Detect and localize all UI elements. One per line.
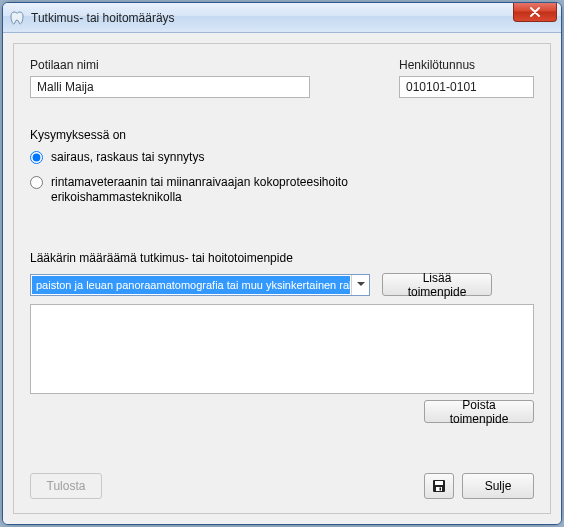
radio-option-sickness[interactable]: sairaus, raskaus tai synnytys	[30, 150, 534, 165]
personal-id-value: 010101-0101	[406, 80, 477, 94]
question-section: Kysymyksessä on sairaus, raskaus tai syn…	[30, 128, 534, 211]
patient-name-label: Potilaan nimi	[30, 58, 310, 72]
procedure-section: Lääkärin määräämä tutkimus- tai hoitotoi…	[30, 251, 534, 423]
radio-input-sickness[interactable]	[30, 151, 43, 164]
window-close-button[interactable]	[513, 2, 557, 22]
chevron-down-icon	[351, 275, 369, 295]
footer-right-buttons: Sulje	[424, 473, 534, 499]
radio-option-veteran[interactable]: rintamaveteraanin tai miinanraivaajan ko…	[30, 175, 534, 205]
question-label: Kysymyksessä on	[30, 128, 534, 142]
print-button: Tulosta	[30, 473, 102, 499]
dialog-window: Tutkimus- tai hoitomääräys Potilaan nimi…	[2, 2, 562, 525]
titlebar[interactable]: Tutkimus- tai hoitomääräys	[3, 3, 561, 33]
personal-id-label: Henkilötunnus	[399, 58, 534, 72]
content-area: Potilaan nimi Malli Maija Henkilötunnus …	[3, 33, 561, 524]
close-icon	[530, 7, 540, 17]
close-button[interactable]: Sulje	[462, 473, 534, 499]
add-procedure-button[interactable]: Lisää toimenpide	[382, 273, 492, 296]
svg-rect-2	[436, 487, 442, 491]
floppy-icon	[432, 479, 446, 493]
patient-name-group: Potilaan nimi Malli Maija	[30, 58, 310, 98]
remove-row: Poista toimenpide	[30, 400, 534, 423]
procedure-label: Lääkärin määräämä tutkimus- tai hoitotoi…	[30, 251, 534, 265]
footer-row: Tulosta Sulje	[30, 473, 534, 499]
personal-id-group: Henkilötunnus 010101-0101	[399, 58, 534, 98]
patient-row: Potilaan nimi Malli Maija Henkilötunnus …	[30, 58, 534, 98]
procedure-combo[interactable]: paiston ja leuan panoraamatomografia tai…	[30, 274, 370, 296]
svg-rect-1	[435, 481, 443, 485]
personal-id-field: 010101-0101	[399, 76, 534, 98]
remove-procedure-button[interactable]: Poista toimenpide	[424, 400, 534, 423]
app-icon	[9, 10, 25, 26]
save-button[interactable]	[424, 473, 454, 499]
window-title: Tutkimus- tai hoitomääräys	[31, 11, 175, 25]
procedure-combo-selected: paiston ja leuan panoraamatomografia tai…	[32, 276, 350, 294]
procedure-row: paiston ja leuan panoraamatomografia tai…	[30, 273, 534, 296]
inner-panel: Potilaan nimi Malli Maija Henkilötunnus …	[13, 43, 551, 514]
radio-text-veteran: rintamaveteraanin tai miinanraivaajan ko…	[51, 175, 431, 205]
radio-text-sickness: sairaus, raskaus tai synnytys	[51, 150, 204, 165]
patient-name-field: Malli Maija	[30, 76, 310, 98]
procedure-listbox[interactable]	[30, 304, 534, 394]
patient-name-value: Malli Maija	[37, 80, 94, 94]
radio-input-veteran[interactable]	[30, 176, 43, 189]
svg-rect-3	[440, 488, 442, 491]
